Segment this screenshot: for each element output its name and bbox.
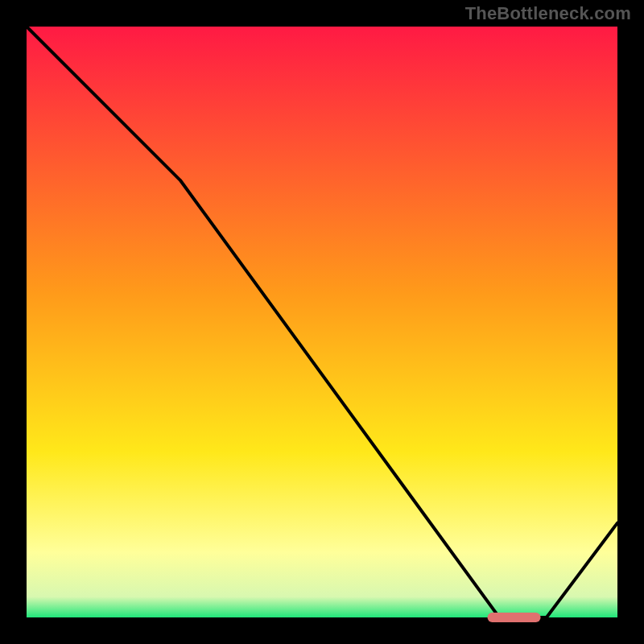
chart-container: TheBottleneck.com bbox=[0, 0, 644, 644]
optimal-marker bbox=[488, 613, 541, 622]
chart-svg bbox=[0, 0, 644, 644]
watermark-text: TheBottleneck.com bbox=[465, 3, 631, 24]
